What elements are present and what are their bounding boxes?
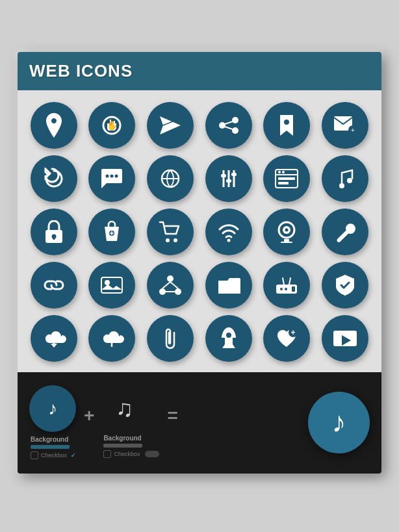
bottom-music-dark: ♪ bbox=[29, 385, 76, 432]
svg-rect-57 bbox=[225, 338, 233, 344]
cloud-upload-icon[interactable] bbox=[88, 315, 135, 362]
sliders-icon[interactable] bbox=[205, 155, 252, 202]
video-player-icon[interactable] bbox=[322, 315, 368, 362]
bottom-right-checkbox-row: Checkbox bbox=[103, 450, 159, 458]
svg-point-23 bbox=[278, 171, 281, 173]
bottom-right-color-bar bbox=[103, 444, 142, 448]
svg-rect-20 bbox=[231, 173, 237, 176]
bottom-music-gray: ♫ bbox=[102, 386, 146, 431]
bottom-section: ♪ Background Checkbox ✓ + ♫ Background bbox=[18, 372, 381, 474]
svg-rect-39 bbox=[284, 239, 289, 242]
svg-rect-19 bbox=[226, 179, 231, 183]
share-dots-icon[interactable] bbox=[205, 102, 252, 149]
svg-text:✋: ✋ bbox=[107, 120, 118, 131]
svg-point-33 bbox=[166, 238, 170, 242]
lock-icon[interactable] bbox=[31, 209, 77, 255]
webcam-icon[interactable] bbox=[263, 209, 310, 255]
cart-icon[interactable] bbox=[147, 209, 194, 255]
svg-line-53 bbox=[283, 278, 284, 285]
refresh-icon[interactable] bbox=[31, 155, 77, 202]
svg-line-54 bbox=[289, 278, 290, 285]
bottom-middle-item: ♫ Background Checkbox bbox=[102, 386, 159, 458]
bottom-left-label: Background bbox=[31, 436, 68, 443]
bottom-left-checkbox-row: Checkbox ✓ bbox=[31, 451, 76, 459]
header: WEB ICONS bbox=[18, 52, 381, 90]
plus-operator: + bbox=[84, 405, 94, 426]
svg-point-28 bbox=[347, 178, 352, 183]
link-icon[interactable] bbox=[31, 262, 77, 309]
svg-point-7 bbox=[284, 120, 289, 125]
svg-point-43 bbox=[167, 275, 174, 282]
svg-text:+: + bbox=[351, 127, 355, 134]
bottom-right-label: Background bbox=[103, 435, 141, 442]
bookmark-icon[interactable] bbox=[263, 102, 310, 149]
browser-icon[interactable] bbox=[263, 155, 310, 202]
checkmark-icon: ✓ bbox=[71, 452, 76, 459]
router-icon[interactable] bbox=[263, 262, 310, 309]
svg-point-11 bbox=[106, 175, 109, 178]
page-title: WEB ICONS bbox=[29, 61, 133, 81]
svg-point-50 bbox=[280, 288, 283, 290]
stop-hand-icon[interactable]: ✋ bbox=[88, 102, 135, 149]
paper-plane-icon[interactable] bbox=[147, 102, 194, 149]
svg-text:+: + bbox=[291, 328, 296, 337]
folder-icon[interactable] bbox=[205, 262, 252, 309]
wifi-icon[interactable] bbox=[205, 209, 252, 255]
outer-frame: WEB ICONS ✋ bbox=[0, 0, 399, 532]
svg-point-12 bbox=[110, 175, 114, 178]
svg-rect-18 bbox=[221, 174, 226, 177]
bottom-left-item: ♪ Background Checkbox ✓ bbox=[29, 385, 76, 459]
bottom-right-checkbox-label: Checkbox bbox=[114, 451, 140, 457]
svg-point-24 bbox=[282, 171, 285, 173]
svg-line-5 bbox=[225, 121, 233, 124]
paperclip-icon[interactable] bbox=[147, 315, 194, 362]
svg-rect-25 bbox=[278, 177, 295, 180]
svg-point-58 bbox=[226, 333, 231, 338]
svg-rect-26 bbox=[278, 182, 289, 184]
svg-rect-52 bbox=[292, 286, 295, 292]
svg-rect-40 bbox=[281, 242, 292, 243]
svg-point-51 bbox=[285, 288, 287, 290]
svg-rect-41 bbox=[101, 277, 122, 293]
bottom-left-checkbox-label: Checkbox bbox=[41, 452, 67, 459]
bottom-left-checkbox[interactable] bbox=[31, 451, 38, 459]
shopping-bag-icon[interactable] bbox=[88, 209, 135, 255]
svg-point-38 bbox=[285, 229, 289, 232]
network-icon[interactable] bbox=[147, 262, 194, 309]
globe-icon[interactable] bbox=[147, 155, 194, 202]
cloud-download-icon[interactable] bbox=[31, 315, 77, 362]
svg-point-4 bbox=[232, 127, 238, 134]
bottom-result-item: ♪ bbox=[308, 392, 370, 453]
music-note-large-icon: ♪ bbox=[332, 406, 346, 438]
svg-line-6 bbox=[225, 127, 233, 129]
shield-icon[interactable] bbox=[322, 262, 368, 309]
heart-add-icon[interactable]: + bbox=[263, 315, 310, 362]
svg-point-13 bbox=[115, 175, 118, 178]
svg-rect-31 bbox=[53, 236, 55, 240]
bottom-right-checkbox[interactable] bbox=[103, 450, 111, 458]
svg-point-42 bbox=[105, 280, 110, 285]
svg-point-3 bbox=[219, 122, 225, 129]
svg-line-46 bbox=[162, 282, 170, 288]
card: WEB ICONS ✋ bbox=[18, 52, 381, 474]
image-icon[interactable] bbox=[88, 262, 135, 309]
wrench-icon[interactable] bbox=[322, 209, 368, 255]
rocket-icon[interactable] bbox=[205, 315, 252, 362]
svg-point-34 bbox=[174, 238, 177, 242]
svg-point-44 bbox=[159, 288, 166, 295]
bottom-music-large: ♪ bbox=[308, 392, 370, 453]
icons-area: ✋ + bbox=[18, 90, 381, 372]
music-note-icon[interactable] bbox=[322, 155, 368, 202]
svg-point-2 bbox=[232, 117, 238, 123]
mail-add-icon[interactable]: + bbox=[322, 102, 368, 149]
icons-grid: ✋ + bbox=[28, 102, 371, 362]
bottom-left-color-bar bbox=[31, 445, 70, 449]
location-pin-icon[interactable] bbox=[31, 102, 77, 149]
music-note-gray-icon: ♫ bbox=[116, 395, 133, 422]
checkbox-toggle[interactable] bbox=[145, 451, 159, 457]
chat-icon[interactable] bbox=[88, 155, 135, 202]
svg-point-27 bbox=[339, 183, 344, 188]
music-note-dark: ♪ bbox=[48, 398, 57, 419]
svg-point-45 bbox=[175, 288, 181, 295]
equals-operator: = bbox=[167, 405, 177, 426]
